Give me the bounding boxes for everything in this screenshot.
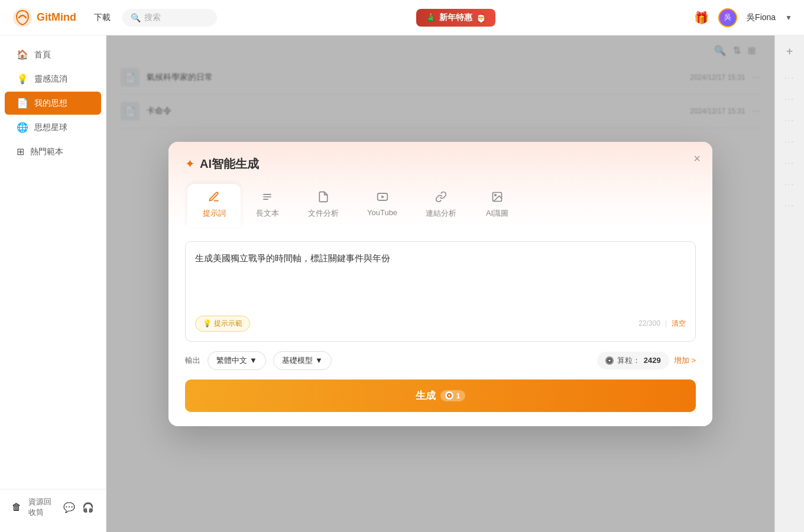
model-select[interactable]: 基礎模型 ▼ bbox=[273, 351, 332, 370]
logo-text: GitMind bbox=[37, 11, 76, 24]
clear-button[interactable]: 清空 bbox=[672, 319, 686, 329]
sidebar-item-hot-templates[interactable]: ⊞ 熱門範本 bbox=[5, 140, 101, 163]
new-year-banner[interactable]: 🎄 新年特惠 🎅 bbox=[416, 9, 495, 27]
headset-icon[interactable]: 🎧 bbox=[82, 502, 94, 513]
options-right: 算粒： 2429 增加 > bbox=[597, 352, 696, 369]
tab-document[interactable]: 文件分析 bbox=[294, 184, 353, 227]
hot-templates-icon: ⊞ bbox=[17, 146, 24, 157]
modal-header: ✦ AI智能生成 × bbox=[168, 142, 712, 227]
ai-map-icon bbox=[491, 191, 503, 206]
sidebar-item-label: 思想星球 bbox=[34, 122, 67, 133]
sidebar-item-home[interactable]: 🏠 首頁 bbox=[5, 43, 101, 66]
tab-label: 提示詞 bbox=[203, 208, 226, 219]
language-select[interactable]: 繁體中文 ▼ bbox=[208, 351, 266, 370]
gift-icon[interactable]: 🎁 bbox=[694, 11, 709, 25]
credits-label: 算粒： bbox=[617, 355, 640, 366]
options-row: 輸出 繁體中文 ▼ 基礎模型 ▼ bbox=[185, 351, 696, 370]
long-text-icon bbox=[261, 191, 273, 206]
modal-title: AI智能生成 bbox=[200, 156, 259, 172]
modal-body: 生成美國獨立戰爭的時間軸，標註關鍵事件與年份 💡 提示示範 22/300 | bbox=[168, 227, 712, 426]
overlay: ✦ AI智能生成 × bbox=[106, 35, 774, 532]
sidebar-item-inspiration[interactable]: 💡 靈感流消 bbox=[5, 67, 101, 90]
generate-button[interactable]: 生成 1 bbox=[185, 379, 696, 412]
tab-label: 文件分析 bbox=[308, 208, 339, 219]
trash-icon: 🗑 bbox=[12, 502, 21, 512]
logo-icon bbox=[12, 7, 33, 28]
tab-link[interactable]: 連結分析 bbox=[411, 184, 471, 227]
dots-row: ··· bbox=[784, 158, 795, 167]
sidebar-bottom: 🗑 資源回收筒 💬 🎧 bbox=[0, 489, 106, 525]
sidebar-item-my-thoughts[interactable]: 📄 我的思想 bbox=[5, 92, 101, 115]
chevron-down-icon: ▼ bbox=[249, 356, 257, 365]
hint-label: 提示示範 bbox=[214, 319, 242, 329]
lightbulb-icon: 💡 bbox=[203, 319, 212, 327]
search-icon: 🔍 bbox=[131, 13, 141, 22]
dots-row: ··· bbox=[784, 179, 795, 189]
char-count: 22/300 | 清空 bbox=[638, 319, 686, 329]
right-dots: ··· ··· ··· ··· ··· ··· ··· bbox=[784, 68, 795, 210]
user-name[interactable]: 吳Fiona bbox=[747, 12, 776, 23]
svg-marker-5 bbox=[381, 195, 384, 198]
dots-row: ··· bbox=[784, 137, 795, 146]
close-button[interactable]: × bbox=[693, 153, 701, 164]
right-side-panel: + ··· ··· ··· ··· ··· ··· ··· bbox=[774, 35, 804, 532]
dots-row: ··· bbox=[784, 115, 795, 125]
output-label: 輸出 bbox=[185, 355, 200, 366]
banner-icon: 🎄 bbox=[426, 13, 436, 22]
textarea-footer: 💡 提示示範 22/300 | 清空 bbox=[195, 316, 686, 332]
download-link[interactable]: 下載 bbox=[94, 12, 111, 23]
sidebar-item-label: 我的思想 bbox=[34, 98, 67, 109]
sidebar-item-label: 首頁 bbox=[34, 50, 51, 60]
banner-icon2: 🎅 bbox=[476, 13, 486, 22]
sidebar-item-label: 靈感流消 bbox=[34, 74, 67, 85]
tab-prompt[interactable]: 提示詞 bbox=[187, 184, 241, 227]
add-button[interactable]: + bbox=[786, 45, 793, 59]
chat-icon[interactable]: 💬 bbox=[63, 502, 75, 513]
prompt-textarea-wrap: 生成美國獨立戰爭的時間軸，標註關鍵事件與年份 💡 提示示範 22/300 | bbox=[185, 241, 696, 342]
trash-label[interactable]: 資源回收筒 bbox=[28, 497, 56, 518]
navbar: GitMind 下載 🔍 搜索 🎄 新年特惠 🎅 🎁 吳 吳Fiona ▼ bbox=[0, 0, 804, 35]
chevron-down-icon: ▼ bbox=[785, 14, 792, 22]
navbar-right: 🎁 吳 吳Fiona ▼ bbox=[694, 8, 792, 27]
credits-dot bbox=[605, 356, 614, 365]
tab-label: YouTube bbox=[367, 208, 397, 217]
inspiration-icon: 💡 bbox=[17, 73, 28, 85]
tab-long-text[interactable]: 長文本 bbox=[241, 184, 294, 227]
modal-tabs: 提示詞 長文本 bbox=[185, 184, 696, 227]
avatar: 吳 bbox=[718, 8, 737, 27]
model-value: 基礎模型 bbox=[282, 355, 313, 366]
logo[interactable]: GitMind bbox=[12, 7, 76, 28]
generate-label: 生成 bbox=[416, 389, 436, 403]
prompt-icon bbox=[208, 191, 220, 206]
tab-ai-map[interactable]: AI識圖 bbox=[471, 184, 524, 227]
sidebar: 🏠 首頁 💡 靈感流消 📄 我的思想 🌐 思想星球 ⊞ 熱門範本 🗑 資 bbox=[0, 35, 106, 532]
app-container: GitMind 下載 🔍 搜索 🎄 新年特惠 🎅 🎁 吳 吳Fiona ▼ 🏠 bbox=[0, 0, 804, 532]
document-icon bbox=[317, 191, 329, 206]
my-thoughts-icon: 📄 bbox=[17, 98, 28, 109]
search-placeholder: 搜索 bbox=[144, 12, 161, 23]
tab-label: AI識圖 bbox=[486, 208, 508, 219]
badge-count: 1 bbox=[456, 391, 460, 400]
search-bar[interactable]: 🔍 搜索 bbox=[122, 9, 217, 27]
sidebar-item-thought-star[interactable]: 🌐 思想星球 bbox=[5, 116, 101, 139]
dots-row: ··· bbox=[784, 94, 795, 103]
dots-row: ··· bbox=[784, 200, 795, 210]
tab-label: 連結分析 bbox=[426, 208, 456, 219]
main-layout: 🏠 首頁 💡 靈感流消 📄 我的思想 🌐 思想星球 ⊞ 熱門範本 🗑 資 bbox=[0, 35, 804, 532]
navbar-center: 🎄 新年特惠 🎅 bbox=[229, 9, 682, 27]
tab-label: 長文本 bbox=[256, 208, 279, 219]
credits-info: 算粒： 2429 bbox=[597, 352, 669, 369]
char-count-text: 22/300 bbox=[638, 319, 660, 327]
dots-row: ··· bbox=[784, 73, 795, 82]
language-value: 繁體中文 bbox=[216, 355, 247, 366]
link-icon bbox=[435, 191, 447, 206]
banner-text: 新年特惠 bbox=[439, 12, 472, 23]
add-credits-button[interactable]: 增加 > bbox=[674, 355, 696, 366]
tab-youtube[interactable]: YouTube bbox=[353, 184, 411, 227]
content-area: 🔍 ⇅ ⊞ 📄 氣候科學家的日常 2024/12/17 15:31 ··· 📄 … bbox=[106, 35, 804, 532]
prompt-textarea[interactable]: 生成美國獨立戰爭的時間軸，標註關鍵事件與年份 bbox=[195, 251, 686, 309]
modal-title-row: ✦ AI智能生成 bbox=[185, 156, 696, 172]
hint-chip[interactable]: 💡 提示示範 bbox=[195, 316, 250, 332]
generate-badge: 1 bbox=[440, 390, 465, 401]
sidebar-item-label: 熱門範本 bbox=[30, 147, 63, 157]
